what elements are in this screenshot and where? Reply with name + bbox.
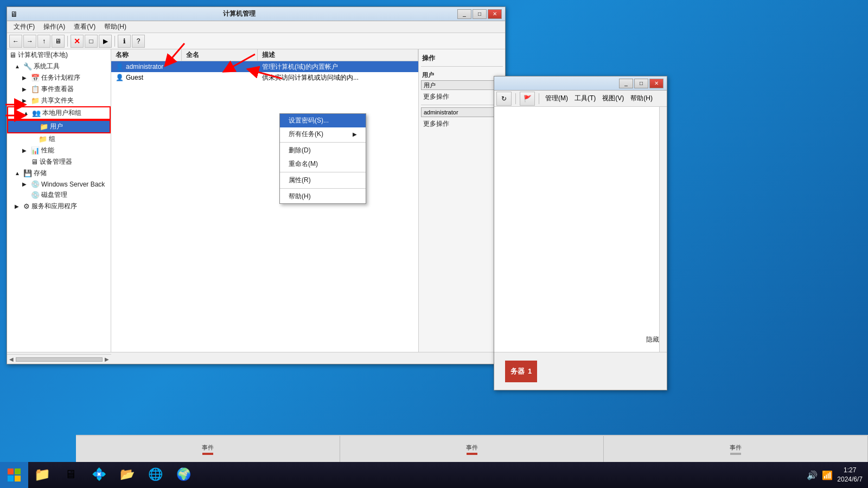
list-row-guest[interactable]: 👤 Guest 供未宾访问计算机或访问域的内... [111, 72, 418, 83]
second-close-button[interactable]: ✕ [649, 79, 663, 88]
tree-system-tools-label: 系统工具 [34, 62, 60, 71]
expand-icon-13: ▶ [15, 203, 22, 209]
menu-help[interactable]: 帮助(H) [100, 21, 131, 33]
server-label: 务器 [510, 367, 525, 376]
properties-button[interactable]: □ [85, 35, 98, 48]
tree-event-viewer[interactable]: ▶ 📋 事件查看器 [7, 84, 111, 95]
second-red-badge-area: 务器 1 [494, 352, 548, 390]
right-panel: 操作 用户 用户 ▲ 更多操作 ▶ administrator ▲ 更多操作 ▶ [418, 49, 505, 352]
bottom-tab-1[interactable]: 事件 [76, 436, 340, 462]
second-separator-2 [539, 93, 539, 104]
taskbar-icon-computer[interactable]: 🖥 [56, 462, 85, 488]
ctx-help[interactable]: 帮助(H) [280, 190, 366, 203]
bottom-tab-2[interactable]: 事件 [340, 436, 604, 462]
chrome-icon: 🌐 [148, 467, 163, 481]
tree-groups[interactable]: 📁 组 [7, 133, 111, 145]
menu-file[interactable]: 文件(F) [9, 21, 39, 33]
second-hide-button[interactable]: 隐藏 [646, 335, 659, 344]
window-icon: 🖥 [10, 10, 18, 18]
second-flag-button[interactable]: 🚩 [520, 92, 535, 106]
tree-windows-backup[interactable]: ▶ 💿 Windows Server Back [7, 179, 111, 189]
ctx-all-tasks[interactable]: 所有任务(K) ▶ [280, 127, 366, 141]
expand-icon-4: ▶ [22, 98, 30, 104]
bottom-tab-2-indicator [467, 453, 477, 455]
ctx-rename[interactable]: 重命名(M) [280, 157, 366, 171]
tree-performance[interactable]: ▶ 📊 性能 [7, 145, 111, 156]
menu-view[interactable]: 查看(V) [69, 21, 100, 33]
action-user-bar: 用户 ▲ [421, 80, 503, 90]
taskbar-icon-filemanager[interactable]: 📂 [113, 462, 141, 488]
second-menu-tools[interactable]: 工具(T) [575, 94, 596, 103]
ctx-sep-3 [280, 188, 366, 189]
menu-action[interactable]: 操作(A) [39, 21, 69, 33]
action-user-section: 用户 [421, 69, 503, 80]
tree-users-label: 用户 [50, 122, 63, 131]
action-more-1[interactable]: 更多操作 ▶ [421, 91, 503, 102]
up-button[interactable]: ↑ [37, 35, 50, 48]
tree-device-manager[interactable]: 🖥 设备管理器 [7, 156, 111, 168]
expand-icon-8: ▶ [22, 147, 30, 153]
close-button[interactable]: ✕ [488, 9, 502, 19]
second-scrollbar[interactable] [659, 107, 667, 352]
tree-task-scheduler[interactable]: ▶ 📅 任务计划程序 [7, 72, 111, 84]
second-minimize-button[interactable]: _ [619, 79, 633, 88]
second-maximize-button[interactable]: □ [634, 79, 648, 88]
taskbar-icon-explorer[interactable]: 📁 [28, 462, 56, 488]
svg-rect-2 [8, 476, 14, 481]
second-menu-help[interactable]: 帮助(H) [630, 94, 653, 103]
delete-button[interactable]: ✕ [71, 35, 84, 48]
tree-disk-management[interactable]: 💿 磁盘管理 [7, 189, 111, 201]
ctx-set-password[interactable]: 设置密码(S)... [280, 114, 366, 127]
tree-local-users-label: 本地用户和组 [42, 108, 81, 118]
forward-button[interactable]: → [23, 35, 36, 48]
tree-users[interactable]: 📁 用户 [7, 120, 111, 133]
action-user-bar-label: 用户 [422, 81, 436, 89]
user-icon-guest: 👤 [116, 74, 124, 81]
tree-system-tools[interactable]: ▲ 🔧 系统工具 [7, 61, 111, 72]
maximize-button[interactable]: □ [473, 9, 487, 19]
help-button[interactable]: ? [132, 35, 145, 48]
server-count: 1 [528, 367, 532, 375]
tree-local-users[interactable]: ▲ 👥 本地用户和组 [7, 106, 111, 120]
second-content: 隐藏 [494, 107, 667, 352]
tree-root[interactable]: 🖥 计算机管理(本地) [7, 49, 111, 61]
col-name[interactable]: 名称 [111, 49, 182, 61]
bottom-tab-3[interactable]: 事件 [604, 436, 868, 462]
guest-name-text: Guest [126, 74, 143, 81]
taskbar-icon-chrome[interactable]: 🌐 [141, 462, 169, 488]
tree-shared-folders[interactable]: ▶ 📁 共享文件夹 [7, 95, 111, 106]
col-description[interactable]: 描述 [258, 49, 418, 61]
second-red-badge: 务器 1 [505, 361, 537, 382]
action-admin-bar: administrator ▲ [421, 107, 503, 117]
computer-icon: 🖥 [9, 51, 16, 59]
tree-storage[interactable]: ▲ 💾 存储 [7, 168, 111, 179]
col-fullname[interactable]: 全名 [182, 49, 258, 61]
minimize-button[interactable]: _ [457, 9, 471, 19]
refresh-button[interactable]: ▶ [99, 35, 112, 48]
list-row-administrator[interactable]: 👤 administrator 管理计算机(域)的内置帐户 [111, 61, 418, 72]
backup-icon: 💿 [31, 180, 40, 188]
tree-services[interactable]: ▶ ⚙ 服务和应用程序 [7, 201, 111, 212]
tree-performance-label: 性能 [41, 146, 54, 155]
action-title: 操作 [421, 52, 503, 64]
show-hide-button[interactable]: 🖥 [52, 35, 65, 48]
network-status-icon: 📶 [822, 470, 833, 480]
back-button[interactable]: ← [9, 35, 22, 48]
start-button[interactable] [0, 462, 28, 488]
action-admin-bar-label: administrator [422, 109, 458, 115]
second-menu-view[interactable]: 视图(V) [602, 94, 624, 103]
toolbar-separator-2 [114, 36, 115, 47]
ctx-properties[interactable]: 属性(R) [280, 174, 366, 187]
taskbar-icon-powershell[interactable]: 💠 [85, 462, 113, 488]
expand-icon: ▲ [15, 63, 22, 69]
action-more-2[interactable]: 更多操作 ▶ [421, 118, 503, 130]
ctx-delete[interactable]: 删除(D) [280, 144, 366, 157]
bottom-tabs-area: 事件 事件 事件 [76, 435, 868, 462]
scheduler-icon: 📅 [31, 74, 40, 82]
device-icon: 🖥 [31, 158, 38, 166]
admin-name-text: administrator [126, 63, 163, 70]
export-button[interactable]: ℹ [118, 35, 131, 48]
taskbar-icon-network[interactable]: 🌍 [169, 462, 197, 488]
second-refresh-button[interactable]: ↻ [496, 92, 512, 106]
second-menu-manage[interactable]: 管理(M) [545, 94, 568, 103]
